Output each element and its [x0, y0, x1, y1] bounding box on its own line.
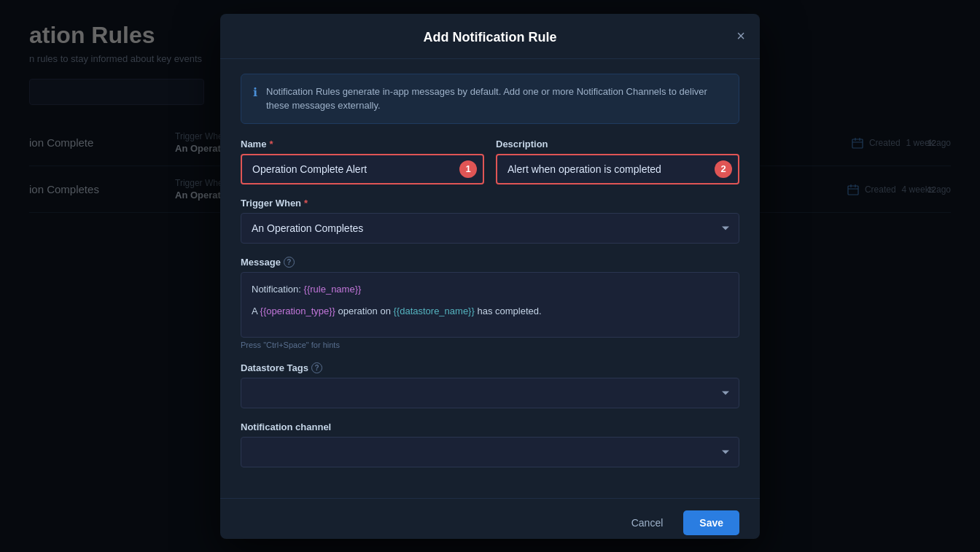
message-area[interactable]: Notification: {{rule_name}} A {{operatio…	[241, 272, 739, 338]
description-input[interactable]	[496, 154, 739, 184]
datastore-tags-group: Datastore Tags ?	[241, 362, 739, 408]
name-description-row: Name * 1 Description 2	[241, 139, 739, 184]
msg-var-rule-name: {{rule_name}}	[304, 284, 362, 295]
description-group: Description 2	[496, 139, 739, 184]
name-input-wrapper: 1	[241, 154, 484, 184]
notification-channel-label: Notification channel	[241, 421, 739, 432]
message-group: Message ? Notification: {{rule_name}} A …	[241, 257, 739, 349]
modal-header: Add Notification Rule ×	[220, 14, 760, 59]
modal-body: ℹ Notification Rules generate in-app mes…	[220, 59, 760, 498]
required-star-trigger: *	[304, 198, 308, 209]
step-2-badge: 2	[715, 160, 732, 178]
name-label: Name *	[241, 139, 484, 149]
info-text: Notification Rules generate in-app messa…	[266, 85, 727, 113]
message-hint: Press "Ctrl+Space" for hints	[241, 341, 739, 349]
trigger-when-select-wrapper: An Operation Completes An Operation Fail…	[241, 213, 739, 244]
msg-mid: operation on	[335, 306, 394, 316]
info-banner: ℹ Notification Rules generate in-app mes…	[241, 74, 739, 124]
msg-var-op-type: {{operation_type}}	[260, 306, 335, 316]
modal-footer: Cancel Save	[220, 498, 760, 547]
datastore-tags-label: Datastore Tags ?	[241, 362, 739, 373]
notification-channel-group: Notification channel	[241, 421, 739, 467]
msg-prefix: Notification:	[252, 284, 304, 295]
required-star: *	[269, 139, 273, 149]
message-line-2: A {{operation_type}} operation on {{data…	[252, 303, 728, 319]
cancel-button[interactable]: Cancel	[620, 511, 675, 534]
msg-var-ds-name: {{datastore_name}}	[393, 306, 474, 316]
notification-channel-select-wrapper	[241, 437, 739, 467]
message-label: Message ?	[241, 257, 739, 268]
step-1-badge: 1	[459, 160, 477, 178]
modal-overlay: Add Notification Rule × ℹ Notification R…	[0, 0, 980, 552]
name-group: Name * 1	[241, 139, 484, 184]
trigger-when-group: Trigger When * An Operation Completes An…	[241, 198, 739, 244]
msg-a: A	[252, 306, 260, 316]
trigger-when-label: Trigger When *	[241, 198, 739, 209]
close-button[interactable]: ×	[736, 28, 745, 43]
add-notification-rule-modal: Add Notification Rule × ℹ Notification R…	[220, 14, 760, 539]
modal-title: Add Notification Rule	[424, 30, 557, 45]
description-input-wrapper: 2	[496, 154, 739, 184]
save-button[interactable]: Save	[683, 510, 739, 535]
message-line-1: Notification: {{rule_name}}	[252, 281, 728, 298]
datastore-tags-select[interactable]	[241, 378, 739, 408]
description-label: Description	[496, 139, 739, 149]
notification-channel-select[interactable]	[241, 437, 739, 467]
name-input[interactable]	[241, 154, 484, 184]
msg-suffix: has completed.	[475, 306, 542, 316]
info-icon: ℹ	[253, 85, 257, 113]
datastore-tags-select-wrapper	[241, 378, 739, 408]
message-help-icon[interactable]: ?	[284, 257, 295, 268]
trigger-when-select[interactable]: An Operation Completes An Operation Fail…	[241, 213, 739, 244]
datastore-tags-help-icon[interactable]: ?	[311, 362, 322, 373]
